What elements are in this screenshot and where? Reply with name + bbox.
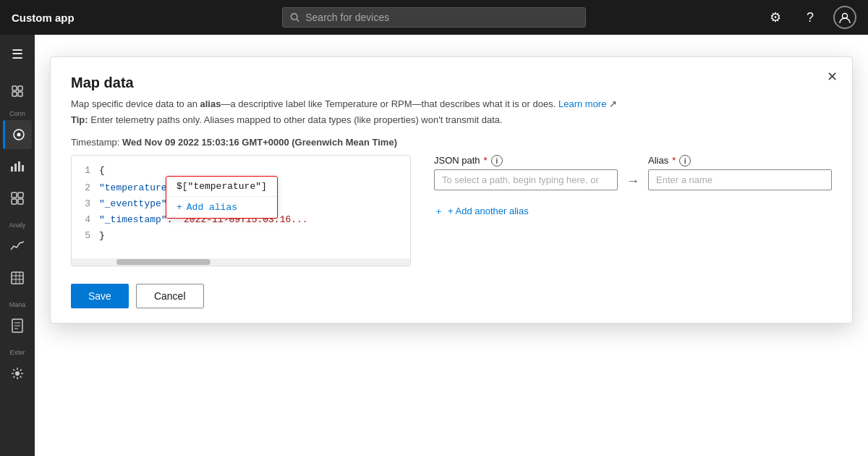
main-layout: ☰ Conn bbox=[0, 35, 868, 456]
dialog-description: Map specific device data to an alias—a d… bbox=[71, 97, 832, 111]
json-path-label: JSON path * i bbox=[434, 155, 618, 166]
sidebar: ☰ Conn bbox=[0, 35, 35, 456]
alias-group: Alias * i bbox=[648, 155, 832, 190]
tooltip-box: $["temperature"] + Add alias bbox=[166, 176, 278, 219]
line-num-2: 2 bbox=[79, 180, 90, 196]
sidebar-conn-label: Conn bbox=[9, 110, 25, 117]
app-title: Custom app bbox=[12, 12, 75, 24]
alias-info-icon[interactable]: i bbox=[679, 155, 691, 166]
search-input[interactable] bbox=[305, 12, 578, 23]
svg-rect-6 bbox=[18, 92, 22, 96]
alias-word: alias bbox=[200, 98, 221, 109]
learn-more-link[interactable]: Learn more bbox=[558, 98, 606, 109]
svg-rect-9 bbox=[11, 166, 13, 172]
code-content: $["temperature"] + Add alias 1 { bbox=[72, 156, 410, 266]
main-content: ✕ Map data Map specific device data to a… bbox=[35, 35, 868, 456]
hamburger-menu[interactable]: ☰ bbox=[6, 41, 29, 68]
sidebar-item-trends[interactable] bbox=[3, 232, 32, 261]
topnav-icons: ⚙ ? bbox=[764, 6, 856, 29]
close-button[interactable]: ✕ bbox=[827, 69, 838, 85]
search-bar[interactable] bbox=[282, 7, 586, 28]
code-line-5: 5 } bbox=[79, 228, 399, 244]
tip-label: Tip: bbox=[71, 114, 88, 125]
alias-required: * bbox=[672, 155, 676, 166]
svg-rect-12 bbox=[22, 165, 24, 172]
add-another-alias-button[interactable]: ＋ + Add another alias bbox=[434, 202, 832, 221]
tooltip-path: $["temperature"] bbox=[166, 177, 277, 197]
timestamp-label: Timestamp: bbox=[71, 137, 122, 148]
sidebar-item-table[interactable] bbox=[3, 263, 32, 292]
arrow-icon: → bbox=[626, 174, 639, 189]
line-num-5: 5 bbox=[79, 228, 90, 244]
add-alias-plus-icon: ＋ bbox=[434, 205, 443, 218]
alias-label-text: Alias bbox=[648, 155, 668, 166]
sidebar-item-docs[interactable] bbox=[3, 311, 32, 340]
line-content-5: } bbox=[99, 228, 105, 244]
dialog-body: $["temperature"] + Add alias 1 { bbox=[71, 155, 832, 266]
dialog-tip: Tip: Enter telemetry paths only. Aliases… bbox=[71, 114, 832, 125]
json-path-input[interactable] bbox=[434, 169, 618, 190]
sidebar-analy-label: Analy bbox=[9, 221, 26, 229]
timestamp-row: Timestamp: Wed Nov 09 2022 15:03:16 GMT+… bbox=[71, 137, 832, 148]
svg-rect-13 bbox=[12, 193, 17, 198]
plus-icon: + bbox=[176, 202, 182, 213]
svg-rect-10 bbox=[14, 164, 17, 172]
sidebar-item-connections[interactable] bbox=[3, 120, 32, 149]
code-key-timestamp: "_timestamp" bbox=[99, 214, 167, 225]
svg-rect-17 bbox=[12, 272, 23, 284]
map-data-dialog: ✕ Map data Map specific device data to a… bbox=[50, 56, 853, 324]
field-row-1: JSON path * i → Alias * bbox=[434, 155, 832, 190]
line-content-1: { bbox=[99, 163, 105, 179]
svg-point-26 bbox=[15, 371, 20, 376]
line-num-3: 3 bbox=[79, 196, 90, 212]
svg-line-1 bbox=[297, 19, 299, 21]
json-path-info-icon[interactable]: i bbox=[491, 155, 503, 166]
tip-text: Enter telemetry paths only. Aliases mapp… bbox=[88, 114, 503, 125]
dialog-footer: Save Cancel bbox=[71, 284, 832, 308]
add-alias-label: Add alias bbox=[187, 202, 237, 213]
code-scrollbar[interactable] bbox=[72, 258, 410, 266]
alias-label: Alias * i bbox=[648, 155, 832, 166]
svg-rect-14 bbox=[18, 193, 23, 198]
sidebar-mana-label: Mana bbox=[9, 301, 26, 308]
dialog-overlay: ✕ Map data Map specific device data to a… bbox=[35, 35, 868, 456]
svg-point-8 bbox=[17, 133, 20, 137]
svg-rect-16 bbox=[18, 199, 23, 204]
top-navigation: Custom app ⚙ ? bbox=[0, 0, 868, 35]
desc-text-1: Map specific device data to an bbox=[71, 98, 200, 109]
cancel-button[interactable]: Cancel bbox=[136, 284, 204, 308]
svg-rect-5 bbox=[12, 92, 17, 96]
dialog-title: Map data bbox=[71, 75, 832, 91]
svg-rect-4 bbox=[18, 86, 22, 90]
avatar[interactable] bbox=[833, 6, 856, 29]
code-tooltip: $["temperature"] + Add alias bbox=[166, 176, 278, 219]
svg-rect-15 bbox=[12, 199, 17, 204]
desc-text-2: —a descriptive label like Temperature or… bbox=[221, 98, 556, 109]
svg-point-0 bbox=[291, 14, 297, 20]
sidebar-item-grid[interactable] bbox=[3, 184, 32, 213]
sidebar-item-analytics[interactable] bbox=[3, 152, 32, 181]
right-panel: JSON path * i → Alias * bbox=[434, 155, 832, 266]
svg-rect-3 bbox=[12, 86, 17, 90]
save-button[interactable]: Save bbox=[71, 284, 129, 308]
json-path-required: * bbox=[484, 155, 488, 166]
sidebar-item-conn[interactable] bbox=[3, 77, 32, 106]
tooltip-add-alias-btn[interactable]: + Add alias bbox=[166, 197, 277, 218]
scrollbar-thumb bbox=[116, 259, 210, 265]
alias-input[interactable] bbox=[648, 169, 832, 190]
code-panel: $["temperature"] + Add alias 1 { bbox=[71, 155, 411, 266]
search-icon bbox=[290, 12, 299, 22]
json-path-label-text: JSON path bbox=[434, 155, 480, 166]
json-path-group: JSON path * i bbox=[434, 155, 618, 190]
svg-rect-11 bbox=[18, 161, 20, 172]
code-key-eventtype: "_eventtype" bbox=[99, 198, 167, 209]
sidebar-exter-label: Exter bbox=[9, 349, 25, 356]
line-num-1: 1 bbox=[79, 163, 90, 179]
add-another-alias-label: + Add another alias bbox=[448, 206, 529, 216]
code-key-temp: "temperature" bbox=[99, 182, 172, 193]
timestamp-value: Wed Nov 09 2022 15:03:16 GMT+0000 (Green… bbox=[122, 137, 397, 148]
settings-icon[interactable]: ⚙ bbox=[764, 6, 787, 29]
line-num-4: 4 bbox=[79, 212, 90, 228]
sidebar-item-external[interactable] bbox=[3, 359, 32, 388]
help-icon[interactable]: ? bbox=[799, 6, 822, 29]
